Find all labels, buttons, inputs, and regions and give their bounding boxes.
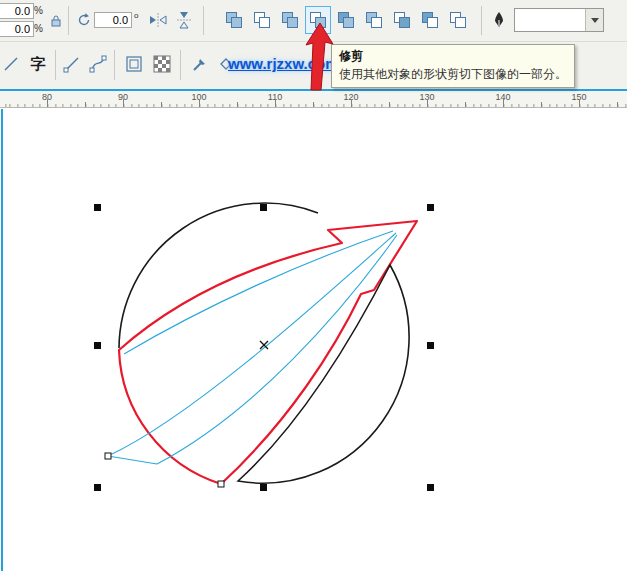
ruler-mid-tick xyxy=(541,102,542,107)
weld-icon xyxy=(281,11,299,29)
outline-width-dropdown[interactable] xyxy=(514,8,604,32)
ruler-mid-tick xyxy=(389,102,390,107)
mirror-vertical-button[interactable] xyxy=(172,8,196,32)
curve-node[interactable] xyxy=(105,453,111,459)
horizontal-ruler[interactable]: 8090100110120130140150 xyxy=(0,91,627,108)
eyedropper-icon xyxy=(191,55,209,73)
selection-handle[interactable] xyxy=(94,204,101,211)
ruler-mid-tick xyxy=(465,102,466,107)
watermark-text: www.rjzxw.com xyxy=(228,55,339,72)
selection-handle[interactable] xyxy=(94,342,101,349)
mirror-horizontal-button[interactable] xyxy=(146,8,170,32)
mirror-horizontal-icon xyxy=(148,12,168,28)
ruler-major-tick xyxy=(199,99,200,107)
ruler-mid-tick xyxy=(617,102,618,107)
pen-line-icon xyxy=(2,55,20,73)
tooltip-title: 修剪 xyxy=(339,49,567,64)
toolbar-separator xyxy=(203,6,204,35)
toolbar-separator xyxy=(68,6,69,35)
selection-handle[interactable] xyxy=(427,342,434,349)
trim-tooltip: 修剪 使用其他对象的形状剪切下图像的一部分。 xyxy=(331,44,575,88)
break-apart-button[interactable] xyxy=(249,6,275,34)
pattern-fill-button[interactable] xyxy=(150,51,174,77)
dropdown-arrow-button[interactable] xyxy=(585,9,603,31)
simplify-button[interactable] xyxy=(361,6,387,34)
ruler-major-tick xyxy=(123,99,124,107)
ruler-major-tick xyxy=(503,99,504,107)
outline-square-button[interactable] xyxy=(122,51,146,77)
simplify-icon xyxy=(365,11,383,29)
ruler-mid-tick xyxy=(313,102,314,107)
trim-icon xyxy=(309,11,327,29)
lock-ratio-icon[interactable] xyxy=(50,13,62,32)
weld-button[interactable] xyxy=(277,6,303,34)
ruler-mid-tick xyxy=(85,102,86,107)
combine-icon xyxy=(225,11,243,29)
construction-curve-1[interactable] xyxy=(108,233,396,456)
eyedropper-button[interactable] xyxy=(188,51,212,77)
trim-button[interactable] xyxy=(305,6,331,34)
checkerboard-pattern-icon xyxy=(153,55,171,73)
scale-x-percent-label: % xyxy=(34,5,43,16)
chevron-down-icon xyxy=(591,18,599,23)
scale-y-input[interactable] xyxy=(0,21,34,37)
canvas[interactable] xyxy=(0,109,627,571)
break-apart-icon xyxy=(253,11,271,29)
freehand-line-icon xyxy=(63,55,81,73)
selection-handle[interactable] xyxy=(260,204,267,211)
selection-handle[interactable] xyxy=(260,484,267,491)
ruler-major-tick xyxy=(579,99,580,107)
curve-node[interactable] xyxy=(218,481,224,487)
ruler-mid-tick xyxy=(237,102,238,107)
canvas-left-edge-line xyxy=(1,109,3,571)
scale-y-percent-label: % xyxy=(34,23,43,34)
outline-square-icon xyxy=(125,55,143,73)
selection-handle[interactable] xyxy=(427,204,434,211)
rotate-icon xyxy=(76,12,92,32)
rotation-input[interactable] xyxy=(94,12,132,28)
ruler-major-tick xyxy=(275,99,276,107)
mirror-vertical-icon xyxy=(176,10,192,30)
front-minus-back-icon xyxy=(393,11,411,29)
ruler-major-tick xyxy=(47,99,48,107)
toolbar-separator xyxy=(481,6,482,35)
bezier-curve-button[interactable] xyxy=(86,51,110,77)
construction-curve-2[interactable] xyxy=(157,235,397,464)
toolbar-separator xyxy=(114,50,115,80)
scale-x-input[interactable] xyxy=(0,3,34,19)
back-minus-front-button[interactable] xyxy=(417,6,443,34)
selection-handle[interactable] xyxy=(94,484,101,491)
window-top-edge-line xyxy=(0,89,627,91)
text-tool-label: 字 xyxy=(31,55,46,74)
freehand-line-button[interactable] xyxy=(60,51,84,77)
app-window: % % o 字 xyxy=(0,0,627,571)
bezier-curve-icon xyxy=(89,55,107,73)
front-minus-back-button[interactable] xyxy=(389,6,415,34)
back-minus-front-icon xyxy=(421,11,439,29)
intersect-icon xyxy=(337,11,355,29)
logo-red-swoosh[interactable] xyxy=(119,221,417,484)
outline-pen-icon xyxy=(492,11,506,33)
property-bar: % % o xyxy=(0,0,627,42)
ruler-major-tick xyxy=(351,99,352,107)
toolbar-separator xyxy=(180,50,181,80)
combine-button[interactable] xyxy=(221,6,247,34)
shaping-button-group xyxy=(221,6,475,34)
text-tool-button[interactable]: 字 xyxy=(25,50,51,78)
toolbar-separator xyxy=(55,50,56,80)
create-boundary-icon xyxy=(449,11,467,29)
create-boundary-button[interactable] xyxy=(445,6,471,34)
ruler-major-tick xyxy=(427,99,428,107)
degree-unit-label: o xyxy=(134,11,138,20)
intersect-button[interactable] xyxy=(333,6,359,34)
ruler-mid-tick xyxy=(161,102,162,107)
construction-segment[interactable] xyxy=(108,456,157,464)
tooltip-description: 使用其他对象的形状剪切下图像的一部分。 xyxy=(339,67,567,82)
selection-handle[interactable] xyxy=(427,484,434,491)
pen-line-button[interactable] xyxy=(0,51,22,77)
